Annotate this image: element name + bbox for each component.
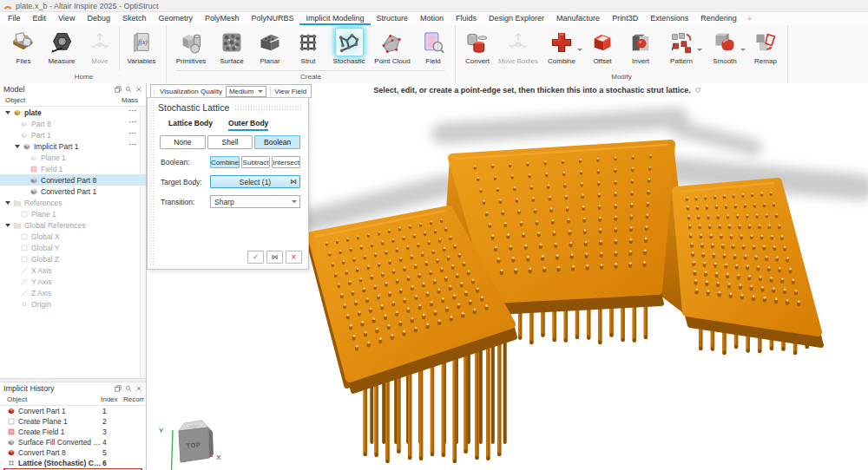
tool-smooth[interactable]: Smooth [703,26,746,71]
tree-row-global-x[interactable]: Global X [0,231,146,242]
menu-rendering[interactable]: Rendering [694,12,743,25]
menu-implicit-modeling[interactable]: Implicit Modeling [299,12,370,25]
tree-row-origin[interactable]: Origin [0,298,146,310]
menu-structure[interactable]: Structure [371,12,415,25]
search-icon[interactable] [125,86,132,93]
expander-icon[interactable] [5,201,10,205]
menu-polymesh[interactable]: PolyMesh [199,12,246,25]
dropdown-caret-icon[interactable] [577,49,582,51]
pick-parts-icon[interactable]: ⋈ [290,179,297,186]
tree-item-label: Plane 1 [41,153,66,162]
history-row-create-field-1[interactable]: Create Field 13 [0,427,146,437]
tool-strut[interactable]: Strut [289,26,327,70]
expander-icon[interactable] [5,224,10,227]
pick-parts-button[interactable]: ⋈ [266,251,283,264]
tool-label: Measure [48,57,75,65]
menu-manufacture[interactable]: Manufacture [550,12,606,25]
menu-view[interactable]: View [52,12,81,25]
menu-geometry[interactable]: Geometry [152,12,199,25]
tree-row-global-references[interactable]: Global References [0,219,146,231]
menu-fluids[interactable]: Fluids [450,12,483,25]
surface-icon [219,29,246,55]
column-index: Index [101,395,118,403]
tool-primitives[interactable]: Primitives [169,26,213,70]
refresh-icon[interactable] [694,87,701,94]
menu-motion[interactable]: Motion [414,12,450,25]
menu-edit[interactable]: Edit [27,12,53,25]
expander-icon[interactable] [5,111,10,114]
tree-row-y-axis[interactable]: Y Axis [0,276,146,287]
tree-row-plate[interactable]: plate··· [0,107,146,118]
drag-handle-icon[interactable] [153,87,156,95]
tool-combine[interactable]: Combine [540,26,583,71]
tree-row-global-z[interactable]: Global Z [0,253,146,264]
tool-pattern[interactable]: Pattern [660,26,703,71]
tool-remap[interactable]: Remap [746,26,785,71]
tree-row-references[interactable]: References [0,197,146,208]
history-row-surface-fill-converted-part-1[interactable]: Surface Fill Converted Part 14 [0,437,146,447]
option-intersect[interactable]: Intersect [272,156,300,168]
float-panel-icon[interactable] [115,86,122,93]
tab-lattice-body[interactable]: Lattice Body [168,119,213,131]
tree-row-implicit-part-1[interactable]: Implicit Part 1··· [0,140,146,152]
tool-measure[interactable]: Measure [43,26,81,71]
quality-select[interactable]: Medium [226,86,266,97]
transition-dropdown[interactable]: Sharp [210,195,300,208]
float-panel-icon[interactable] [115,385,122,392]
tree-row-converted-part-1[interactable]: Converted Part 1 [0,186,146,197]
search-icon[interactable] [125,385,132,392]
option-none[interactable]: None [160,135,206,149]
tree-row-global-y[interactable]: Global Y [0,242,146,253]
menu-file[interactable]: File [2,12,27,25]
target-body-select-button[interactable]: Select (1) ⋈ [210,175,300,188]
tree-row-z-axis[interactable]: Z Axis [0,287,146,298]
option-boolean[interactable]: Boolean [254,135,300,149]
tree-row-field-1[interactable]: Field 1 [0,163,146,174]
tab-outer-body[interactable]: Outer Body [228,119,268,131]
history-row-lattice-stochastic-con[interactable]: Lattice (Stochastic) Con...6 [0,458,146,468]
menu-extensions[interactable]: Extensions [644,12,694,25]
tool-offset[interactable]: Offset [583,26,621,71]
menu-design-explorer[interactable]: Design Explorer [483,12,550,25]
option-shell[interactable]: Shell [207,135,253,149]
tool-planar[interactable]: Planar [251,26,289,70]
expander-icon[interactable] [15,145,20,148]
viewport-3d[interactable]: Y X TOP LEFT Visualization Quality Mediu… [147,83,868,470]
tool-variables[interactable]: f(x)Variables [119,26,163,71]
tool-field[interactable]: Field [414,26,452,70]
cancel-button[interactable]: × [286,251,302,264]
tree-row-part-1[interactable]: Part 1··· [0,129,146,140]
dropdown-caret-icon[interactable] [697,49,702,51]
menu-overflow-icon[interactable]: + [743,12,757,25]
tree-row-plane-1[interactable]: Plane 1 [0,208,146,219]
menu-debug[interactable]: Debug [81,12,116,25]
field-icon [7,428,16,436]
history-row-create-plane-1[interactable]: Create Plane 12 [0,416,146,427]
invert-icon [628,29,654,55]
tool-point-cloud[interactable]: Point Cloud [371,26,414,70]
menu-sketch[interactable]: Sketch [116,12,153,25]
tool-surface[interactable]: Surface [213,26,251,70]
history-row-convert-part-8[interactable]: Convert Part 85 [0,447,146,458]
dialog-drag-handle-icon[interactable] [234,105,301,111]
tree-row-converted-part-8[interactable]: Converted Part 8 [0,174,146,186]
tool-invert[interactable]: Invert [621,26,660,71]
menu-polynurbs[interactable]: PolyNURBS [245,12,299,25]
dropdown-caret-icon[interactable] [740,49,746,51]
tool-convert[interactable]: Convert [458,26,496,71]
close-icon[interactable] [135,385,142,392]
history-row-convert-part-1[interactable]: Convert Part 11 [0,406,146,416]
tree-row-part-8[interactable]: Part 8··· [0,118,146,129]
tool-stochastic[interactable]: Stochastic [327,26,371,70]
view-field-button[interactable]: View Field [274,88,306,95]
tool-files[interactable]: Files [4,26,43,71]
close-icon[interactable] [135,86,142,93]
tree-item-label: plate [24,108,42,117]
menu-print3d[interactable]: Print3D [606,12,644,25]
option-combine[interactable]: Combine [210,156,240,168]
option-subtract[interactable]: Subtract [241,156,270,168]
tree-row-plane-1[interactable]: Plane 1 [0,152,146,163]
tree-row-x-axis[interactable]: X Axis [0,264,146,276]
apply-button[interactable]: ✓ [247,251,264,264]
view-cube[interactable]: Y X TOP LEFT [159,421,221,470]
